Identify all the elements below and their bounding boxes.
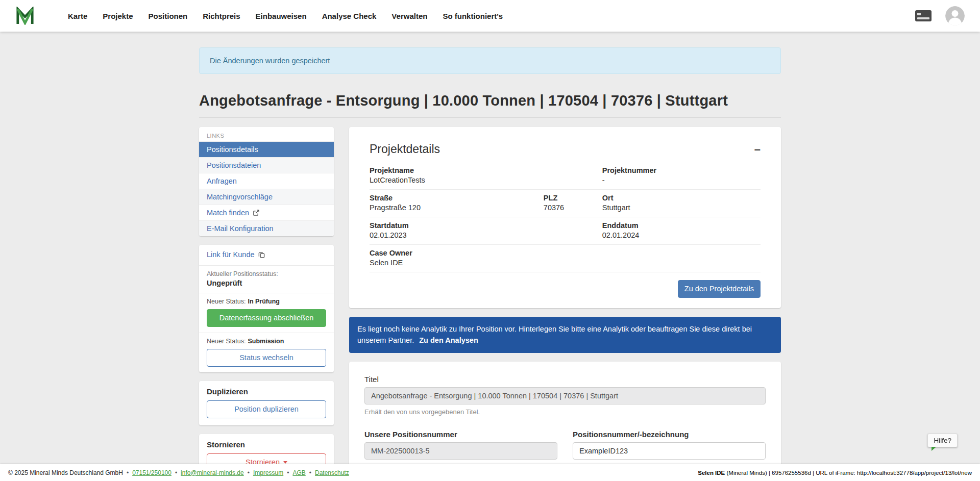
next-status-label: Neuer Status: — [207, 338, 246, 345]
project-field-street: Straße Pragstraße 120 — [370, 194, 544, 212]
cancel-dropdown-button[interactable]: Stornieren — [207, 453, 326, 464]
footer-user: Selen IDE — [698, 470, 725, 476]
cancel-title: Stornieren — [207, 440, 326, 449]
sidebar-item-email-konfiguration[interactable]: E-Mail Konfiguration — [199, 220, 334, 236]
footer-session-info: Selen IDE (Mineral Minds) | 69576255536d… — [698, 470, 972, 476]
field-value: Selen IDE — [370, 259, 412, 267]
sidebar-item-label: Positionsdetails — [207, 145, 258, 154]
project-field-start: Startdatum 02.01.2023 — [370, 221, 602, 239]
nav-item-so-funktionierts[interactable]: So funktioniert's — [435, 7, 510, 25]
current-status-section: Aktueller Positionsstatus: Ungeprüft — [199, 265, 334, 293]
position-number-column: Positionsnummer/-bezeichnung Z.B. Intern… — [573, 430, 766, 464]
position-number-field[interactable] — [573, 442, 766, 460]
project-details-card: Projektdetails – Projektname LotCreation… — [349, 127, 781, 308]
field-label: Projektname — [370, 166, 602, 174]
next-status-value: Submission — [248, 338, 284, 345]
sidebar-item-anfragen[interactable]: Anfragen — [199, 173, 334, 189]
separator-dot: • — [309, 469, 311, 476]
sidebar-item-label: Matchingvorschläge — [207, 193, 273, 201]
help-bubble-tail-icon — [932, 447, 936, 451]
separator-dot: • — [175, 469, 177, 476]
field-label: Case Owner — [370, 249, 412, 257]
sidebar-item-label: E-Mail Konfiguration — [207, 224, 274, 233]
page-title: Angebotsanfrage - Entsorgung | 10.000 To… — [199, 92, 781, 109]
sidebar-links-card: LINKS Positionsdetails Positionsdateien … — [199, 127, 334, 236]
field-value: 02.01.2023 — [370, 231, 602, 239]
alert-message: Die Änderungen wurden gespeichert — [210, 57, 330, 65]
project-details-title: Projektdetails — [370, 142, 440, 156]
switch-status-button[interactable]: Status wechseln — [207, 349, 326, 367]
sidebar-link-list: Positionsdetails Positionsdateien Anfrag… — [199, 141, 334, 236]
nav-item-analyse-check[interactable]: Analyse Check — [314, 7, 384, 25]
footer-link-email[interactable]: info@mineral-minds.de — [181, 469, 244, 476]
position-form-card: Titel Erhält den von uns vorgegebenen Ti… — [349, 362, 781, 464]
cancel-card: Stornieren Stornieren — [199, 434, 334, 464]
main-area: Die Änderungen wurden gespeichert Angebo… — [0, 32, 980, 464]
footer-link-datenschutz[interactable]: Datenschutz — [315, 469, 349, 476]
our-number-label: Unsere Positionsnummer — [364, 430, 557, 439]
our-number-field — [364, 442, 557, 460]
project-details-button[interactable]: Zu den Projektdetails — [678, 280, 761, 298]
title-field — [364, 387, 766, 404]
current-status-label: Aktueller Positionsstatus: — [207, 270, 326, 277]
next-status-1-line: Neuer Status:In Prüfung — [207, 298, 326, 305]
duplicate-position-button[interactable]: Position duplizieren — [207, 400, 326, 418]
sidebar-item-positionsdetails[interactable]: Positionsdetails — [199, 141, 334, 157]
footer-link-impressum[interactable]: Impressum — [253, 469, 283, 476]
footer: © 2025 Mineral Minds Deutschland GmbH • … — [0, 464, 980, 481]
sidebar-item-label: Match finden — [207, 209, 249, 217]
sidebar-item-label: Anfragen — [207, 177, 237, 185]
field-label: Ort — [602, 194, 761, 202]
project-row: Straße Pragstraße 120 PLZ 70376 Ort Stut… — [370, 190, 761, 217]
title-field-help: Erhält den von uns vorgegebenen Titel. — [364, 408, 766, 416]
nav-item-richtpreis[interactable]: Richtpreis — [195, 7, 248, 25]
analytics-link[interactable]: Zu den Analysen — [419, 336, 478, 344]
separator-dot: • — [248, 469, 250, 476]
sidebar-item-positionsdateien[interactable]: Positionsdateien — [199, 157, 334, 173]
next-status-1-section: Neuer Status:In Prüfung Datenerfassung a… — [199, 293, 334, 333]
field-label: Enddatum — [602, 221, 761, 230]
mineral-minds-logo-icon[interactable] — [15, 7, 35, 25]
project-field-city: Ort Stuttgart — [602, 194, 761, 212]
field-label: Startdatum — [370, 221, 602, 230]
analytics-banner: Es liegt noch keine Analytik zu Ihrer Po… — [349, 317, 781, 353]
collapse-icon[interactable]: – — [754, 144, 761, 155]
position-number-label: Positionsnummer/-bezeichnung — [573, 430, 766, 439]
success-alert: Die Änderungen wurden gespeichert — [199, 47, 781, 74]
sidebar: LINKS Positionsdetails Positionsdateien … — [199, 127, 334, 464]
nav-item-projekte[interactable]: Projekte — [95, 7, 140, 25]
customer-link[interactable]: Link für Kunde — [207, 249, 265, 260]
sidebar-item-matchingvorschlaege[interactable]: Matchingvorschläge — [199, 189, 334, 205]
nav-item-einbauweisen[interactable]: Einbauweisen — [248, 7, 314, 25]
duplicate-card: Duplizieren Position duplizieren — [199, 381, 334, 425]
sidebar-item-label: Positionsdateien — [207, 161, 261, 169]
duplicate-title: Duplizieren — [207, 387, 326, 396]
project-field-end: Enddatum 02.01.2024 — [602, 221, 761, 239]
our-number-column: Unsere Positionsnummer Erhält eine syste… — [364, 430, 557, 464]
footer-link-phone[interactable]: 07151/250100 — [132, 469, 172, 476]
footer-link-agb[interactable]: AGB — [292, 469, 305, 476]
nav-item-positionen[interactable]: Positionen — [141, 7, 195, 25]
field-label: Straße — [370, 194, 544, 202]
complete-data-entry-button[interactable]: Datenerfassung abschließen — [207, 309, 326, 327]
top-navbar: Karte Projekte Positionen Richtpreis Ein… — [0, 0, 980, 32]
help-button[interactable]: Hilfe? — [927, 434, 958, 447]
copy-icon — [258, 251, 265, 258]
project-field-name: Projektname LotCreationTests — [370, 166, 602, 184]
links-header: LINKS — [199, 127, 334, 141]
title-divider — [199, 117, 781, 118]
status-card: Link für Kunde Aktueller Positionsstatus… — [199, 245, 334, 372]
user-avatar[interactable] — [945, 6, 965, 26]
customer-link-section: Link für Kunde — [199, 245, 334, 265]
sidebar-item-match-finden[interactable]: Match finden — [199, 205, 334, 220]
field-value: LotCreationTests — [370, 176, 602, 184]
field-label: PLZ — [544, 194, 602, 202]
nav-item-karte[interactable]: Karte — [60, 7, 95, 25]
nav-item-verwalten[interactable]: Verwalten — [384, 7, 435, 25]
field-value: 70376 — [544, 204, 602, 212]
cancel-button-label: Stornieren — [246, 458, 280, 464]
current-status-value: Ungeprüft — [207, 279, 326, 287]
card-reader-icon[interactable] — [915, 10, 932, 22]
external-link-icon — [253, 210, 259, 216]
field-value: 02.01.2024 — [602, 231, 761, 239]
